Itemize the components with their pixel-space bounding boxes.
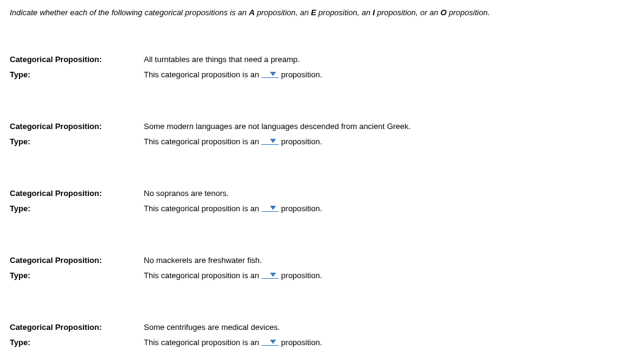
type-row: Type: This categorical proposition is an… [10,70,614,79]
type-label: Type: [10,70,144,79]
type-dropdown[interactable] [261,340,278,346]
proposition-label: Categorical Proposition: [10,189,144,198]
answer-suffix: proposition. [281,271,322,280]
proposition-text: No mackerels are freshwater fish. [144,256,614,265]
svg-marker-4 [270,340,276,344]
proposition-text: Some centrifuges are medical devices. [144,323,614,332]
type-row: Type: This categorical proposition is an… [10,204,614,213]
answer-suffix: proposition. [281,338,322,347]
chevron-down-icon [270,340,276,345]
instr-e: E [311,8,316,17]
question-block: Categorical Proposition: Some centrifuge… [10,323,614,347]
proposition-label: Categorical Proposition: [10,323,144,332]
type-label: Type: [10,137,144,146]
answer-suffix: proposition. [281,137,322,146]
answer-prefix: This categorical proposition is an [144,338,259,347]
type-label: Type: [10,338,144,347]
chevron-down-icon [270,72,276,77]
answer-line: This categorical proposition is an propo… [144,204,614,213]
answer-prefix: This categorical proposition is an [144,204,259,213]
answer-suffix: proposition. [281,204,322,213]
svg-marker-2 [270,206,276,210]
svg-marker-1 [270,139,276,143]
proposition-row: Categorical Proposition: Some modern lan… [10,122,614,131]
type-dropdown[interactable] [261,139,278,145]
chevron-down-icon [270,139,276,144]
question-block: Categorical Proposition: No sopranos are… [10,189,614,213]
instructions-text: Indicate whether each of the following c… [10,7,614,18]
proposition-row: Categorical Proposition: No sopranos are… [10,189,614,198]
chevron-down-icon [270,206,276,211]
type-row: Type: This categorical proposition is an… [10,271,614,280]
question-block: Categorical Proposition: No mackerels ar… [10,256,614,280]
type-row: Type: This categorical proposition is an… [10,338,614,347]
type-dropdown[interactable] [261,206,278,212]
answer-prefix: This categorical proposition is an [144,137,259,146]
question-block: Categorical Proposition: Some modern lan… [10,122,614,146]
proposition-label: Categorical Proposition: [10,122,144,131]
answer-prefix: This categorical proposition is an [144,271,259,280]
svg-marker-0 [270,72,276,76]
type-row: Type: This categorical proposition is an… [10,137,614,146]
answer-line: This categorical proposition is an propo… [144,70,614,79]
instr-prefix: Indicate whether each of the following c… [10,8,249,17]
instr-mid3: proposition, or an [375,8,441,17]
type-label: Type: [10,271,144,280]
svg-marker-3 [270,273,276,277]
proposition-label: Categorical Proposition: [10,256,144,265]
proposition-text: No sopranos are tenors. [144,189,614,198]
instr-mid1: proposition, an [255,8,311,17]
question-block: Categorical Proposition: All turntables … [10,55,614,79]
type-label: Type: [10,204,144,213]
proposition-row: Categorical Proposition: No mackerels ar… [10,256,614,265]
answer-suffix: proposition. [281,70,322,79]
type-dropdown[interactable] [261,72,278,78]
proposition-label: Categorical Proposition: [10,55,144,64]
chevron-down-icon [270,273,276,278]
answer-line: This categorical proposition is an propo… [144,338,614,347]
answer-line: This categorical proposition is an propo… [144,137,614,146]
proposition-text: All turntables are things that need a pr… [144,55,614,64]
answer-line: This categorical proposition is an propo… [144,271,614,280]
answer-prefix: This categorical proposition is an [144,70,259,79]
instr-mid2: proposition, an [316,8,373,17]
instr-a: A [249,8,254,17]
type-dropdown[interactable] [261,273,278,279]
instr-suffix: proposition. [447,8,490,17]
proposition-text: Some modern languages are not languages … [144,122,614,131]
proposition-row: Categorical Proposition: All turntables … [10,55,614,64]
instr-o: O [441,8,447,17]
proposition-row: Categorical Proposition: Some centrifuge… [10,323,614,332]
